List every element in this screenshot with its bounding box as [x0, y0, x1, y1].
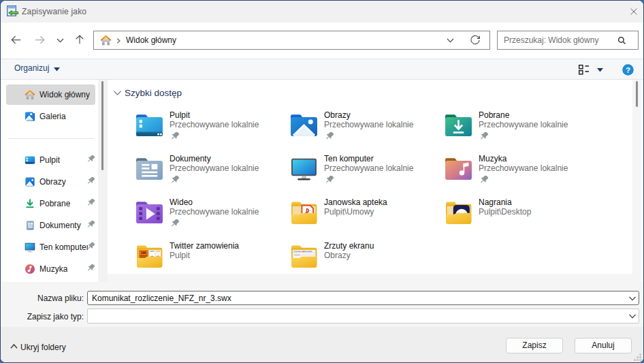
svg-text:?: ? [626, 66, 630, 74]
svg-text:196: 196 [141, 251, 146, 255]
